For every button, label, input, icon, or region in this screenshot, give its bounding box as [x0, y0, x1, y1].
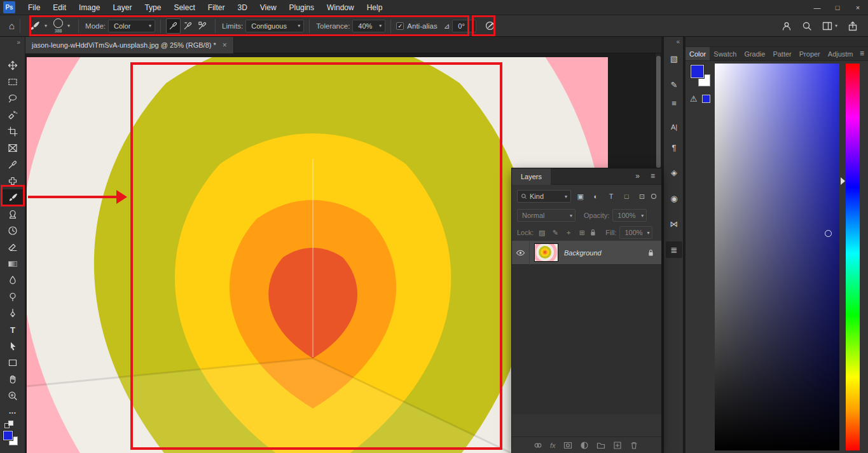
lock-position-icon[interactable]: + [563, 229, 574, 236]
tool-preset-picker[interactable]: ▾ [25, 20, 50, 32]
tab-gradients[interactable]: Gradie [740, 47, 769, 60]
gamut-color-chip[interactable] [702, 95, 710, 103]
filter-toggle[interactable] [651, 194, 656, 199]
paragraph-panel-icon[interactable]: ¶ [666, 139, 682, 156]
layer-locked-icon[interactable] [648, 249, 654, 257]
sampling-continuous-button[interactable] [166, 18, 181, 34]
lock-transparency-icon[interactable]: ▨ [537, 229, 547, 237]
lock-all-icon[interactable] [590, 229, 596, 236]
menu-view[interactable]: View [254, 1, 283, 15]
panel-menu-icon[interactable]: ≡ [651, 172, 655, 180]
share-icon[interactable] [848, 21, 858, 31]
character-panel-icon[interactable]: A| [666, 119, 682, 135]
layer-row-background[interactable]: Background [512, 241, 661, 265]
filter-shape-layers-icon[interactable]: □ [621, 190, 633, 203]
lock-artboard-icon[interactable]: ⊞ [577, 229, 587, 237]
maximize-button[interactable]: □ [827, 0, 848, 15]
edit-toolbar-button[interactable]: ••• [1, 404, 24, 421]
collapse-panel-icon[interactable]: » [635, 172, 640, 180]
tolerance-field[interactable]: 40% ▾ [352, 20, 385, 32]
layer-styles-icon[interactable]: fx [550, 442, 556, 449]
filter-smart-objects-icon[interactable]: ⊡ [636, 190, 648, 203]
color-picker-cursor[interactable] [825, 230, 832, 237]
layer-mask-icon[interactable] [563, 441, 572, 450]
delete-layer-trash-icon[interactable] [630, 441, 638, 450]
adjustment-layer-icon[interactable] [580, 441, 589, 450]
properties-panel-icon[interactable]: ≡ [666, 95, 682, 111]
brush-size-picker[interactable]: 388 ▾ [50, 18, 73, 33]
path-selection-tool[interactable] [1, 338, 24, 355]
tab-adjustments[interactable]: Adjustm [824, 47, 857, 60]
lock-paint-icon[interactable]: ✎ [550, 229, 560, 237]
workspace-switcher[interactable]: ▾ [822, 21, 837, 31]
libraries-panel-icon[interactable]: ◉ [666, 190, 682, 206]
blur-tool[interactable] [1, 272, 24, 288]
tab-swatches[interactable]: Swatch [710, 47, 740, 60]
menu-image[interactable]: Image [72, 1, 106, 15]
new-group-folder-icon[interactable] [596, 441, 605, 450]
default-swap-colors-icon[interactable] [4, 421, 16, 429]
angle-field[interactable]: 0° [452, 20, 476, 32]
menu-window[interactable]: Window [320, 1, 361, 15]
menu-type[interactable]: Type [138, 1, 167, 15]
tab-properties[interactable]: Proper [796, 47, 824, 60]
menu-layer[interactable]: Layer [106, 1, 138, 15]
pen-tool[interactable] [1, 305, 24, 321]
close-tab-icon[interactable]: × [223, 41, 227, 50]
gamut-warning-icon[interactable]: ⚠ [690, 94, 698, 104]
anti-alias-checkbox[interactable]: ✓ Anti-alias [396, 22, 437, 30]
brushes-panel-icon[interactable]: ✎ [666, 76, 682, 93]
search-icon[interactable] [802, 21, 812, 31]
eraser-tool[interactable] [1, 239, 24, 255]
limits-select[interactable]: Contiguous ▾ [245, 20, 304, 32]
filter-pixel-layers-icon[interactable]: ▣ [574, 190, 586, 203]
sampling-background-swatch-button[interactable] [195, 18, 210, 34]
type-tool[interactable]: T [1, 321, 24, 338]
menu-3d[interactable]: 3D [231, 1, 253, 15]
eyedropper-tool[interactable] [1, 156, 24, 173]
account-icon[interactable] [782, 21, 792, 31]
panel-menu-icon[interactable]: ≡ [860, 49, 864, 58]
layer-thumbnail[interactable] [534, 243, 558, 262]
brush-settings-panel-icon[interactable]: ▧ [666, 50, 682, 67]
link-layers-icon[interactable] [534, 441, 542, 450]
3d-panel-icon[interactable]: ◈ [666, 164, 682, 180]
close-button[interactable]: × [848, 0, 868, 15]
filter-adjustment-layers-icon[interactable]: ◐ [589, 190, 602, 203]
mode-select[interactable]: Color ▾ [108, 20, 155, 32]
foreground-background-colors[interactable] [3, 431, 20, 447]
menu-file[interactable]: File [22, 1, 46, 15]
pen-pressure-size-button[interactable] [481, 18, 498, 34]
crop-tool[interactable] [1, 123, 24, 140]
scrollbar-thumb[interactable] [656, 56, 661, 168]
hand-tool[interactable] [1, 371, 24, 388]
rectangular-marquee-tool[interactable] [1, 74, 24, 90]
menu-plugins[interactable]: Plugins [283, 1, 320, 15]
tab-patterns[interactable]: Patter [769, 47, 795, 60]
menu-edit[interactable]: Edit [46, 1, 72, 15]
move-tool[interactable] [1, 57, 24, 74]
new-layer-icon[interactable] [613, 441, 622, 450]
layers-panel-icon[interactable]: ≣ [666, 241, 682, 258]
menu-filter[interactable]: Filter [202, 1, 231, 15]
document-tab[interactable]: jason-leung-wHddViTmSvA-unsplash.jpg @ 2… [25, 37, 234, 53]
timeline-panel-icon[interactable]: ⋈ [666, 215, 682, 232]
home-icon[interactable]: ⌂ [9, 20, 15, 31]
sampling-once-button[interactable] [181, 18, 195, 34]
tab-layers[interactable]: Layers [512, 168, 551, 185]
minimize-button[interactable]: — [807, 0, 827, 15]
lasso-tool[interactable] [1, 90, 24, 107]
rectangle-tool[interactable] [1, 355, 24, 371]
frame-tool[interactable] [1, 140, 24, 156]
foreground-color-swatch[interactable] [691, 65, 704, 78]
expand-panels-icon[interactable]: « [664, 37, 683, 46]
menu-select[interactable]: Select [167, 1, 201, 15]
clone-stamp-tool[interactable] [1, 206, 24, 222]
fill-select[interactable]: 100% ▾ [619, 226, 652, 239]
spot-healing-brush-tool[interactable] [1, 173, 24, 189]
saturation-brightness-field[interactable] [715, 64, 839, 450]
history-brush-tool[interactable] [1, 222, 24, 239]
brush-tool[interactable] [1, 189, 24, 206]
hue-slider-marker[interactable] [841, 177, 845, 185]
object-selection-tool[interactable] [1, 107, 24, 123]
